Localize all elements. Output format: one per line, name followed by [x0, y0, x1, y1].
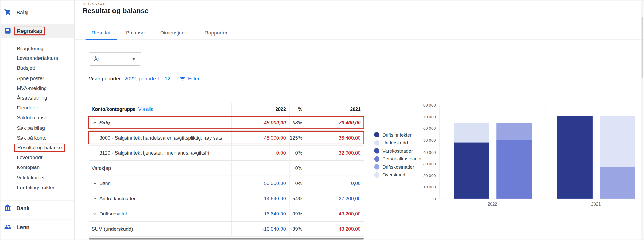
column-header-pct: % — [290, 103, 305, 115]
value-2021: 38 400,00 — [339, 135, 360, 141]
tab-balanse[interactable]: Balanse — [118, 26, 152, 40]
sidebar-subitem-label: Resultat og balanse — [14, 144, 65, 152]
table-row-driftsresultat[interactable]: Driftsresultat-16 640,00-39%43 200,00 — [89, 206, 364, 222]
row-name-cell: Lønn — [89, 176, 232, 191]
table-horizontal-scrollbar[interactable] — [89, 238, 364, 240]
value-2021: 43 200,00 — [339, 211, 360, 217]
row-name-cell: Driftsresultat — [89, 206, 232, 221]
filter-button[interactable]: Filter — [180, 76, 200, 82]
sidebar-subitem-label: Kontoplan — [17, 165, 40, 171]
sidebar-subitem-fordelingsn-kler[interactable]: Fordelingsnøkler — [1, 182, 75, 192]
filter-button-label: Filter — [188, 76, 200, 82]
value-2022: 50 000,00 — [264, 180, 286, 186]
page-scrollbar[interactable] — [641, 1, 644, 240]
chevron-up-icon[interactable] — [92, 119, 98, 126]
legend-dot-varekostnader — [374, 148, 379, 154]
sidebar-subitem-s-k-p-konto[interactable]: Søk på konto — [1, 133, 75, 143]
sidebar-subitem-resultat-og-balanse[interactable]: Resultat og balanse — [1, 143, 75, 153]
sidebar-subitem-label: Fordelingsnøkler — [17, 184, 55, 190]
y-axis-label: 60 000 — [423, 126, 436, 131]
cell-2021: 32 000,00 — [305, 146, 364, 160]
bar-segment-driftskostnader — [496, 123, 532, 140]
sidebar-subitem-label: MVA-melding — [17, 85, 47, 91]
sidebar-item-lonn[interactable]: Lønn — [1, 221, 75, 233]
chart-y-axis: 80 00070 00060 00050 00040 00030 00020 0… — [405, 105, 436, 199]
chevron-down-icon[interactable] — [92, 210, 98, 217]
bar-segment-personalkostnader — [496, 140, 532, 199]
column-header-konto-label: Konto/kontogruppe — [92, 107, 135, 111]
sidebar-subitem-leverand-r[interactable]: Leverandør — [1, 153, 75, 163]
sidebar-subitem-kontoplan[interactable]: Kontoplan — [1, 163, 75, 172]
y-axis-label: 70 000 — [423, 115, 436, 119]
table-header-row: Konto/kontogruppe Vis alle 2022 % 2021 — [89, 103, 364, 115]
value-2022: 0,00 — [276, 150, 286, 156]
sidebar-subitem-leverand-rfaktura[interactable]: Leverandørfaktura — [1, 53, 75, 63]
bar-segment-driftskostnader — [600, 167, 635, 199]
value-2022: -16 640,00 — [262, 226, 286, 232]
vis-alle-link[interactable]: Vis alle — [138, 107, 153, 111]
table-row-sum-underskudd[interactable]: SUM (underskudd)-16 640,00-39%43 200,00 — [89, 222, 364, 237]
page-scrollbar-thumb[interactable] — [642, 17, 643, 78]
value-pct: 0% — [295, 180, 302, 186]
period-type-select-value: År — [94, 56, 130, 62]
app-window: Salg Regnskap BilagsføringLeverandørfakt… — [0, 0, 644, 240]
sidebar-subitem-pne-poster[interactable]: Åpne poster — [1, 73, 75, 83]
cell-pct: 125% — [290, 131, 305, 145]
chevron-down-icon[interactable] — [92, 195, 98, 202]
period-link[interactable]: 2022, periode 1 - 12 — [125, 76, 170, 82]
column-header-2022: 2022 — [232, 103, 290, 115]
row-label: Driftsresultat — [99, 211, 127, 217]
cell-2021: 43 200,00 — [305, 206, 364, 221]
value-2022: 48 000,00 — [264, 135, 286, 141]
row-label: Lønn — [99, 180, 111, 186]
legend-dot-underskudd — [374, 140, 379, 145]
chevron-down-icon[interactable] — [92, 180, 98, 187]
legend-label: Overskudd — [382, 172, 405, 177]
sidebar-item-regnskap[interactable]: Regnskap — [1, 24, 75, 38]
page-title: Resultat og balanse — [83, 7, 149, 15]
sidebar-item-salg[interactable]: Salg — [1, 6, 75, 18]
table-row-l-nn[interactable]: Lønn50 000,000%0,00 — [89, 176, 364, 191]
cell-2021 — [305, 161, 364, 176]
tab-rapporter[interactable]: Rapporter — [197, 26, 235, 40]
tab-bar: Resultat Balanse Dimensjoner Rapporter — [75, 26, 644, 40]
cell-2021: 43 200,00 — [305, 222, 364, 236]
cell-pct: 0% — [290, 176, 305, 191]
row-label: Andre kostnader — [99, 196, 135, 202]
sidebar-subitem-rsavslutning[interactable]: Årsavslutning — [1, 93, 75, 103]
legend-dot-driftsinntekter — [374, 132, 379, 137]
value-2022: 14 640,00 — [264, 196, 286, 202]
sidebar-divider — [1, 219, 75, 220]
tab-label: Resultat — [92, 30, 110, 36]
cell-2021: 27 200,00 — [305, 191, 364, 206]
viser-perioder-label: Viser perioder: — [89, 76, 122, 82]
value-pct: 68% — [292, 120, 302, 126]
sidebar-subitem-valutakurser[interactable]: Valutakurser — [1, 172, 75, 182]
sidebar-subitem-budsjett[interactable]: Budsjett — [1, 63, 75, 73]
table-row-andre-kostnader[interactable]: Andre kostnader14 640,0054%27 200,00 — [89, 191, 364, 206]
sidebar-subitem-saldobalanse[interactable]: Saldobalanse — [1, 113, 75, 123]
column-header-2021: 2021 — [305, 103, 364, 115]
table-row-3120-salgsinntekt-tjenester-innenlands-avgiftsfri[interactable]: 3120 - Salgsinntekt tjenester, innenland… — [89, 146, 364, 161]
sidebar-subitem-eiendeler[interactable]: Eiendeler — [1, 103, 75, 113]
value-pct: 125% — [290, 135, 302, 141]
table-row-3000-salgsinntekt-handelsvarer-avgiftspliktig-h-y-sats[interactable]: 3000 - Salgsinntekt handelsvarer, avgift… — [89, 131, 364, 146]
row-name-cell: 3120 - Salgsinntekt tjenester, innenland… — [89, 146, 232, 160]
value-2021: 70 400,00 — [339, 120, 360, 126]
tab-dimensjoner[interactable]: Dimensjoner — [152, 26, 197, 40]
cell-pct: 68% — [290, 115, 305, 130]
tab-resultat[interactable]: Resultat — [84, 26, 118, 40]
main-content: REGNSKAP Resultat og balanse Resultat Ba… — [75, 1, 644, 240]
sidebar-subitem-mva-melding[interactable]: MVA-melding — [1, 83, 75, 93]
sidebar-item-label: Lønn — [16, 224, 29, 230]
row-name-cell: Salg — [89, 115, 232, 130]
row-name-cell: Varekjøp — [89, 161, 232, 176]
value-pct: 0% — [295, 150, 302, 156]
table-row-varekj-p[interactable]: Varekjøp0% — [89, 161, 364, 176]
table-row-salg[interactable]: Salg48 000,0068%70 400,00 — [89, 115, 364, 131]
sidebar-item-bank[interactable]: Bank — [1, 202, 75, 214]
sidebar-subitem-s-k-p-bilag[interactable]: Søk på bilag — [1, 123, 75, 133]
period-type-select[interactable]: År — [89, 52, 141, 66]
sidebar-subitem-bilagsf-ring[interactable]: Bilagsføring — [1, 44, 75, 53]
cart-icon — [4, 9, 11, 16]
